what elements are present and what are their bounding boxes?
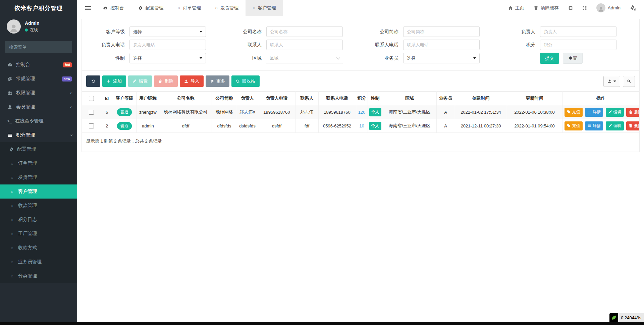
delete-button-disabled[interactable]: 删除 — [154, 75, 178, 87]
sidebar-subitem-payment-methods[interactable]: ○ 收款方式 — [0, 241, 77, 255]
header-shortname[interactable]: 公司简称 — [212, 92, 237, 105]
region-select[interactable]: 区域 — [266, 53, 343, 63]
cell-owner-phone: 18959618760 — [258, 105, 296, 119]
sidebar-subitem-points-log[interactable]: ○ 积分日志 — [0, 213, 77, 227]
field-label: 积分 — [493, 42, 535, 48]
chevron-down-icon — [336, 56, 340, 59]
sidebar-subitem-shipping[interactable]: ○ 发货管理 — [0, 170, 77, 184]
filter-actions: 提交 重置 — [493, 53, 630, 64]
circle-icon: ○ — [178, 5, 180, 10]
level-select[interactable]: 选择 — [129, 26, 206, 37]
header-owner[interactable]: 负责人 — [237, 92, 258, 105]
header-created[interactable]: 创建时间 — [455, 92, 507, 105]
sidebar-subitem-factory[interactable]: ○ 工厂管理 — [0, 227, 77, 241]
button-label: 详情 — [593, 109, 601, 115]
sidebar-item-members[interactable]: 会员管理 ‹ — [0, 100, 77, 114]
sidebar-item-online-command[interactable]: >_ 在线命令管理 — [0, 114, 77, 128]
header-contact[interactable]: 联系人 — [296, 92, 318, 105]
docs-button[interactable] — [564, 0, 578, 16]
sidebar-subitem-config[interactable]: 配置管理 — [0, 142, 77, 156]
pencil-icon — [132, 79, 137, 83]
tab-config[interactable]: 配置管理 — [131, 0, 171, 16]
salesman-select[interactable]: 选择 — [403, 53, 480, 63]
sidebar-item-general[interactable]: 常规管理 new — [0, 72, 77, 86]
contact-phone-input[interactable] — [403, 40, 480, 50]
chevron-left-icon: ‹ — [70, 90, 72, 96]
menu-toggle-icon[interactable] — [85, 5, 91, 11]
header-points[interactable]: 积分 — [356, 92, 368, 105]
sidebar-item-dashboard[interactable]: 控制台 hot — [0, 58, 77, 72]
header-level[interactable]: 客户等级 — [113, 92, 136, 105]
tab-dashboard[interactable]: 控制台 — [96, 0, 131, 16]
sidebar-user-panel: Admin 在线 — [0, 16, 77, 38]
header-salesman[interactable]: 业务员 — [436, 92, 455, 105]
sidebar-subitem-collections[interactable]: ○ 收款管理 — [0, 199, 77, 213]
header-owner-phone[interactable]: 负责人电话 — [258, 92, 296, 105]
sidebar-item-permissions[interactable]: 权限管理 ‹ — [0, 86, 77, 100]
sidebar-search[interactable] — [5, 41, 72, 53]
contact-input[interactable] — [266, 40, 343, 50]
edit-button[interactable]: 编辑 — [606, 121, 624, 130]
button-label: 详情 — [593, 123, 601, 129]
home-link[interactable]: 主页 — [503, 0, 529, 16]
sidebar-subitem-orders[interactable]: ○ 订单管理 — [0, 156, 77, 170]
shortname-input[interactable] — [403, 26, 480, 37]
sidebar-search-input[interactable] — [9, 45, 68, 50]
tab-shipping[interactable]: ○ 发货管理 — [208, 0, 246, 16]
thinkphp-logo-icon[interactable] — [609, 313, 618, 322]
add-button[interactable]: 添加 — [102, 75, 126, 87]
search-toggle-button[interactable] — [623, 76, 635, 87]
points-link[interactable]: 120 — [358, 110, 366, 115]
circle-icon: ○ — [9, 246, 15, 251]
points-input[interactable] — [540, 40, 616, 50]
settings-button[interactable] — [625, 0, 644, 16]
button-label: 导入 — [191, 78, 199, 84]
delete-button[interactable]: 删除 — [626, 121, 639, 130]
clear-cache-button[interactable]: 清除缓存 — [529, 0, 564, 16]
export-button[interactable] — [603, 76, 620, 87]
header-nickname[interactable]: 用户昵称 — [136, 92, 160, 105]
header-region[interactable]: 区域 — [383, 92, 436, 105]
sidebar-subitem-customers[interactable]: ○ 客户管理 — [0, 184, 77, 199]
points-link[interactable]: 10 — [359, 123, 364, 128]
sidebar-item-points-management[interactable]: 积分管理 ‹ — [0, 128, 77, 142]
import-button[interactable]: 导入 — [180, 75, 204, 87]
header-company[interactable]: 公司名称 — [160, 92, 212, 105]
sidebar-subitem-salesman[interactable]: ○ 业务员管理 — [0, 255, 77, 269]
detail-button[interactable]: 详情 — [585, 108, 603, 117]
avatar — [7, 19, 21, 34]
detail-button[interactable]: 详情 — [585, 121, 603, 130]
owner-input[interactable] — [540, 26, 616, 37]
nature-badge: 个人 — [369, 108, 381, 116]
more-button[interactable]: 更多 — [206, 75, 229, 87]
header-id[interactable]: Id — [101, 92, 113, 105]
cell-company: 晚柿网络科技有限公司 — [160, 105, 212, 119]
sidebar-subitem-categories[interactable]: ○ 分类管理 — [0, 269, 77, 283]
user-menu[interactable]: Admin — [592, 0, 625, 16]
edit-button[interactable]: 编辑 — [606, 108, 624, 117]
tab-orders[interactable]: ○ 订单管理 — [171, 0, 208, 16]
header-updated[interactable]: 更新时间 — [507, 92, 562, 105]
submit-button[interactable]: 提交 — [540, 53, 559, 64]
button-label: 删除 — [634, 123, 639, 129]
delete-button[interactable]: 删除 — [626, 108, 639, 117]
header-nature[interactable]: 性制 — [368, 92, 383, 105]
edit-button-disabled[interactable]: 编辑 — [128, 75, 152, 87]
recharge-button[interactable]: 充值 — [565, 121, 583, 130]
recharge-button[interactable]: 充值 — [565, 108, 583, 117]
filter-field-shortname: 公司简称 — [356, 26, 493, 37]
row-checkbox[interactable] — [89, 123, 94, 128]
fullscreen-button[interactable] — [578, 0, 592, 16]
company-input[interactable] — [266, 26, 343, 37]
tab-customers[interactable]: ○ 客户管理 — [246, 0, 283, 16]
row-checkbox[interactable] — [89, 110, 94, 115]
reset-button[interactable]: 重置 — [563, 53, 583, 64]
select-all-checkbox[interactable] — [89, 96, 94, 101]
header-contact-phone[interactable]: 联系人电话 — [318, 92, 356, 105]
tab-label: 客户管理 — [258, 5, 276, 11]
header-checkbox-cell — [82, 92, 101, 105]
recycle-bin-button[interactable]: 回收站 — [231, 75, 260, 87]
nature-select[interactable]: 选择 — [129, 53, 206, 63]
refresh-button[interactable] — [86, 75, 100, 87]
owner-phone-input[interactable] — [129, 40, 206, 50]
